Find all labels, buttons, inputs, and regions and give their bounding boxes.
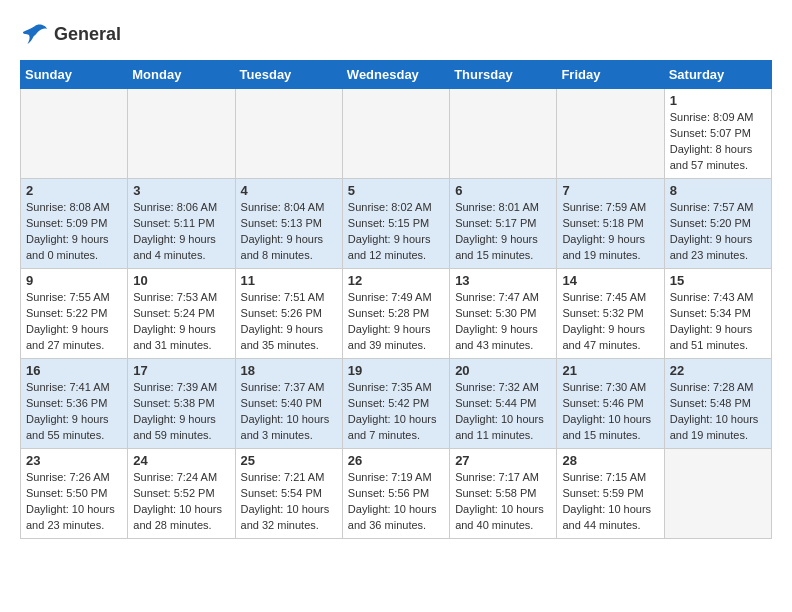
day-info: Sunrise: 7:55 AM Sunset: 5:22 PM Dayligh…	[26, 290, 122, 354]
col-header-tuesday: Tuesday	[235, 61, 342, 89]
col-header-saturday: Saturday	[664, 61, 771, 89]
day-info: Sunrise: 8:09 AM Sunset: 5:07 PM Dayligh…	[670, 110, 766, 174]
col-header-thursday: Thursday	[450, 61, 557, 89]
day-info: Sunrise: 7:35 AM Sunset: 5:42 PM Dayligh…	[348, 380, 444, 444]
day-info: Sunrise: 7:47 AM Sunset: 5:30 PM Dayligh…	[455, 290, 551, 354]
calendar-cell: 12Sunrise: 7:49 AM Sunset: 5:28 PM Dayli…	[342, 269, 449, 359]
day-info: Sunrise: 7:39 AM Sunset: 5:38 PM Dayligh…	[133, 380, 229, 444]
calendar-cell: 3Sunrise: 8:06 AM Sunset: 5:11 PM Daylig…	[128, 179, 235, 269]
calendar-cell: 14Sunrise: 7:45 AM Sunset: 5:32 PM Dayli…	[557, 269, 664, 359]
day-info: Sunrise: 8:01 AM Sunset: 5:17 PM Dayligh…	[455, 200, 551, 264]
calendar-cell: 15Sunrise: 7:43 AM Sunset: 5:34 PM Dayli…	[664, 269, 771, 359]
calendar-cell	[557, 89, 664, 179]
day-number: 16	[26, 363, 122, 378]
calendar-cell: 8Sunrise: 7:57 AM Sunset: 5:20 PM Daylig…	[664, 179, 771, 269]
day-number: 23	[26, 453, 122, 468]
calendar-cell: 28Sunrise: 7:15 AM Sunset: 5:59 PM Dayli…	[557, 449, 664, 539]
calendar-cell	[450, 89, 557, 179]
logo-text: General	[54, 25, 121, 45]
calendar-cell: 24Sunrise: 7:24 AM Sunset: 5:52 PM Dayli…	[128, 449, 235, 539]
logo: General	[20, 20, 121, 50]
day-number: 12	[348, 273, 444, 288]
col-header-monday: Monday	[128, 61, 235, 89]
calendar-table: SundayMondayTuesdayWednesdayThursdayFrid…	[20, 60, 772, 539]
day-info: Sunrise: 7:26 AM Sunset: 5:50 PM Dayligh…	[26, 470, 122, 534]
day-info: Sunrise: 8:06 AM Sunset: 5:11 PM Dayligh…	[133, 200, 229, 264]
calendar-week-row: 1Sunrise: 8:09 AM Sunset: 5:07 PM Daylig…	[21, 89, 772, 179]
day-info: Sunrise: 8:02 AM Sunset: 5:15 PM Dayligh…	[348, 200, 444, 264]
calendar-cell: 9Sunrise: 7:55 AM Sunset: 5:22 PM Daylig…	[21, 269, 128, 359]
day-info: Sunrise: 7:15 AM Sunset: 5:59 PM Dayligh…	[562, 470, 658, 534]
calendar-cell: 21Sunrise: 7:30 AM Sunset: 5:46 PM Dayli…	[557, 359, 664, 449]
calendar-cell: 27Sunrise: 7:17 AM Sunset: 5:58 PM Dayli…	[450, 449, 557, 539]
day-number: 4	[241, 183, 337, 198]
calendar-cell: 20Sunrise: 7:32 AM Sunset: 5:44 PM Dayli…	[450, 359, 557, 449]
day-number: 27	[455, 453, 551, 468]
day-number: 5	[348, 183, 444, 198]
calendar-cell: 16Sunrise: 7:41 AM Sunset: 5:36 PM Dayli…	[21, 359, 128, 449]
day-info: Sunrise: 7:32 AM Sunset: 5:44 PM Dayligh…	[455, 380, 551, 444]
day-number: 15	[670, 273, 766, 288]
day-number: 18	[241, 363, 337, 378]
day-info: Sunrise: 7:49 AM Sunset: 5:28 PM Dayligh…	[348, 290, 444, 354]
calendar-cell	[21, 89, 128, 179]
calendar-cell: 17Sunrise: 7:39 AM Sunset: 5:38 PM Dayli…	[128, 359, 235, 449]
day-info: Sunrise: 7:45 AM Sunset: 5:32 PM Dayligh…	[562, 290, 658, 354]
day-info: Sunrise: 8:08 AM Sunset: 5:09 PM Dayligh…	[26, 200, 122, 264]
calendar-cell	[664, 449, 771, 539]
day-info: Sunrise: 7:53 AM Sunset: 5:24 PM Dayligh…	[133, 290, 229, 354]
day-number: 2	[26, 183, 122, 198]
day-info: Sunrise: 7:37 AM Sunset: 5:40 PM Dayligh…	[241, 380, 337, 444]
day-number: 8	[670, 183, 766, 198]
day-info: Sunrise: 7:17 AM Sunset: 5:58 PM Dayligh…	[455, 470, 551, 534]
day-number: 28	[562, 453, 658, 468]
page-header: General	[20, 20, 772, 50]
day-number: 10	[133, 273, 229, 288]
day-number: 22	[670, 363, 766, 378]
calendar-cell: 1Sunrise: 8:09 AM Sunset: 5:07 PM Daylig…	[664, 89, 771, 179]
calendar-cell: 26Sunrise: 7:19 AM Sunset: 5:56 PM Dayli…	[342, 449, 449, 539]
calendar-cell	[342, 89, 449, 179]
day-number: 1	[670, 93, 766, 108]
day-number: 7	[562, 183, 658, 198]
day-info: Sunrise: 7:19 AM Sunset: 5:56 PM Dayligh…	[348, 470, 444, 534]
logo-icon	[20, 20, 50, 50]
calendar-cell: 6Sunrise: 8:01 AM Sunset: 5:17 PM Daylig…	[450, 179, 557, 269]
calendar-cell: 18Sunrise: 7:37 AM Sunset: 5:40 PM Dayli…	[235, 359, 342, 449]
day-info: Sunrise: 7:41 AM Sunset: 5:36 PM Dayligh…	[26, 380, 122, 444]
day-number: 13	[455, 273, 551, 288]
calendar-cell: 7Sunrise: 7:59 AM Sunset: 5:18 PM Daylig…	[557, 179, 664, 269]
col-header-wednesday: Wednesday	[342, 61, 449, 89]
calendar-week-row: 23Sunrise: 7:26 AM Sunset: 5:50 PM Dayli…	[21, 449, 772, 539]
calendar-header-row: SundayMondayTuesdayWednesdayThursdayFrid…	[21, 61, 772, 89]
calendar-cell: 5Sunrise: 8:02 AM Sunset: 5:15 PM Daylig…	[342, 179, 449, 269]
calendar-week-row: 16Sunrise: 7:41 AM Sunset: 5:36 PM Dayli…	[21, 359, 772, 449]
day-number: 25	[241, 453, 337, 468]
day-number: 9	[26, 273, 122, 288]
calendar-week-row: 2Sunrise: 8:08 AM Sunset: 5:09 PM Daylig…	[21, 179, 772, 269]
calendar-cell: 19Sunrise: 7:35 AM Sunset: 5:42 PM Dayli…	[342, 359, 449, 449]
day-number: 26	[348, 453, 444, 468]
calendar-cell: 10Sunrise: 7:53 AM Sunset: 5:24 PM Dayli…	[128, 269, 235, 359]
day-number: 24	[133, 453, 229, 468]
day-info: Sunrise: 7:43 AM Sunset: 5:34 PM Dayligh…	[670, 290, 766, 354]
day-info: Sunrise: 7:51 AM Sunset: 5:26 PM Dayligh…	[241, 290, 337, 354]
calendar-cell: 11Sunrise: 7:51 AM Sunset: 5:26 PM Dayli…	[235, 269, 342, 359]
day-info: Sunrise: 7:57 AM Sunset: 5:20 PM Dayligh…	[670, 200, 766, 264]
calendar-cell: 4Sunrise: 8:04 AM Sunset: 5:13 PM Daylig…	[235, 179, 342, 269]
day-info: Sunrise: 7:21 AM Sunset: 5:54 PM Dayligh…	[241, 470, 337, 534]
calendar-cell: 13Sunrise: 7:47 AM Sunset: 5:30 PM Dayli…	[450, 269, 557, 359]
calendar-cell	[235, 89, 342, 179]
day-number: 17	[133, 363, 229, 378]
calendar-cell	[128, 89, 235, 179]
calendar-cell: 22Sunrise: 7:28 AM Sunset: 5:48 PM Dayli…	[664, 359, 771, 449]
col-header-sunday: Sunday	[21, 61, 128, 89]
day-info: Sunrise: 7:24 AM Sunset: 5:52 PM Dayligh…	[133, 470, 229, 534]
day-number: 6	[455, 183, 551, 198]
day-number: 20	[455, 363, 551, 378]
col-header-friday: Friday	[557, 61, 664, 89]
day-info: Sunrise: 8:04 AM Sunset: 5:13 PM Dayligh…	[241, 200, 337, 264]
day-number: 11	[241, 273, 337, 288]
day-info: Sunrise: 7:30 AM Sunset: 5:46 PM Dayligh…	[562, 380, 658, 444]
day-info: Sunrise: 7:59 AM Sunset: 5:18 PM Dayligh…	[562, 200, 658, 264]
